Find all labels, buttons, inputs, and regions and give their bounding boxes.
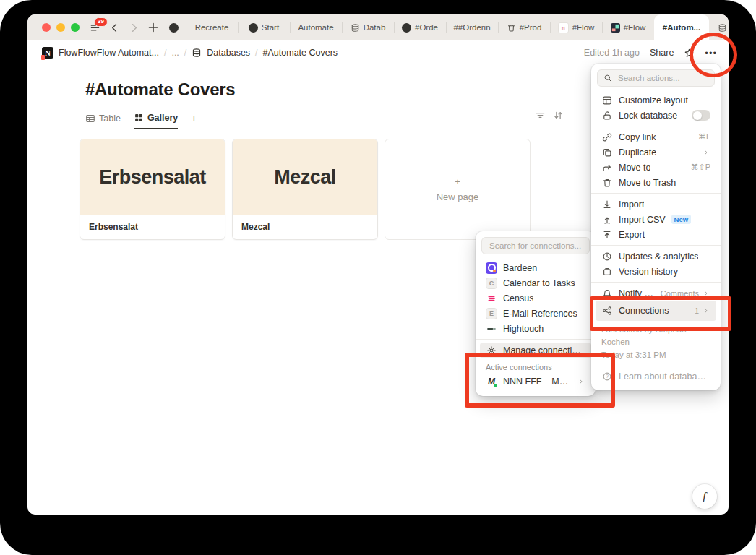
menu-item-updates-analytics[interactable]: Updates & analytics [596, 249, 716, 264]
census-app-icon [486, 293, 497, 304]
import-csv-icon [601, 214, 613, 225]
menu-item-move-to-trash[interactable]: Move to Trash [596, 175, 716, 190]
email-references-app-icon: E [486, 308, 497, 319]
menu-item-learn[interactable]: ? Learn about databases [596, 369, 716, 384]
gallery-view-icon [134, 113, 144, 123]
traffic-lights [42, 23, 80, 32]
tab-label: ##Orderin [453, 23, 490, 32]
breadcrumb-workspace[interactable]: FlowFlowFlow Automat... [59, 48, 159, 58]
tab-flow-2[interactable]: #Flow [602, 14, 654, 40]
bell-icon [601, 288, 613, 299]
menu-item-connections[interactable]: Connections 1 [596, 301, 716, 321]
tab-flow-1[interactable]: n#Flow [550, 14, 602, 40]
menu-item-version-history[interactable]: Version history [596, 264, 716, 279]
plus-icon: + [455, 176, 460, 187]
view-tab-gallery[interactable]: Gallery [134, 113, 178, 129]
page-cover-icon [611, 23, 620, 33]
actions-search[interactable] [597, 69, 715, 87]
connection-item-bardeen[interactable]: Bardeen [480, 260, 591, 275]
menu-item-export[interactable]: Export [596, 227, 716, 242]
more-actions-button[interactable]: ••• [705, 48, 717, 59]
connections-icon [601, 305, 613, 317]
tab-automate[interactable]: Automate [290, 14, 342, 40]
edited-timestamp: Edited 1h ago [584, 48, 640, 58]
tab-databases-1[interactable]: Datab [342, 14, 394, 40]
connection-item-email-references[interactable]: E E-Mail References [480, 306, 591, 321]
import-icon [601, 199, 613, 210]
connections-search-input[interactable] [488, 241, 583, 251]
tab-start[interactable]: Start [238, 14, 290, 40]
new-page-card[interactable]: + New page [385, 139, 531, 240]
divider [591, 126, 721, 126]
tab-databases-2[interactable]: Datab [709, 14, 729, 40]
history-icon [601, 266, 613, 278]
question-circle-icon: ? [601, 371, 613, 382]
help-button[interactable]: ƒ [692, 484, 717, 509]
menu-item-lock-database[interactable]: Lock database [596, 108, 716, 123]
back-icon[interactable] [108, 21, 121, 34]
divider [476, 339, 596, 340]
tab-orde[interactable]: #Orde [394, 14, 446, 40]
tab-label: #Autom... [663, 23, 700, 32]
favorite-star-icon[interactable] [684, 48, 695, 59]
filter-icon[interactable] [535, 110, 546, 121]
trash-icon [601, 177, 613, 189]
breadcrumb-page[interactable]: #Automate Covers [263, 48, 338, 58]
duplicate-icon [601, 147, 613, 158]
menu-item-import-csv[interactable]: Import CSV New [596, 212, 716, 227]
shortcut-label: ⌘⇧P [690, 163, 710, 172]
view-tab-table[interactable]: Table [85, 113, 121, 129]
menu-item-copy-link[interactable]: Copy link ⌘L [596, 129, 716, 145]
menu-item-import[interactable]: Import [596, 197, 716, 212]
connection-item-census[interactable]: Census [480, 291, 591, 306]
last-edited-by: Last edited by Stephan Kochen [601, 324, 710, 349]
notification-count-badge: 39 [94, 17, 108, 27]
tab-recreate[interactable]: Recreate [186, 14, 238, 40]
tab-label: Start [262, 23, 279, 32]
menu-item-move-to[interactable]: Move to ⌘⇧P [596, 160, 716, 175]
link-icon [601, 132, 613, 143]
connections-search[interactable] [481, 237, 590, 254]
tab-automate-covers-active[interactable]: #Autom... [654, 14, 709, 40]
app-window: 39 Recreate Start Automate Datab #Orde #… [27, 14, 729, 515]
sidebar-toggle-icon[interactable]: 39 [88, 21, 101, 34]
tab-label: Datab [364, 23, 386, 32]
active-connection-make[interactable]: M NNN FFF – Make Co... [480, 373, 591, 390]
lock-database-toggle[interactable] [692, 110, 710, 121]
actions-search-input[interactable] [617, 73, 708, 83]
menu-item-duplicate[interactable]: Duplicate [596, 145, 716, 160]
divider [591, 282, 721, 283]
view-tab-label: Table [99, 113, 121, 124]
connection-item-hightouch[interactable]: Hightouch [480, 321, 591, 336]
menu-item-notify-me[interactable]: Notify me Comments [596, 285, 716, 301]
connection-item-calendar-to-tasks[interactable]: C Calendar to Tasks [480, 275, 591, 291]
connections-popover: Bardeen C Calendar to Tasks Census E E-M… [476, 231, 596, 396]
add-view-button[interactable]: + [191, 113, 197, 129]
shortcut-label: ⌘L [698, 132, 710, 142]
gallery-card-erbsensalat[interactable]: Erbsensalat Erbsensalat [80, 139, 225, 240]
tab-make-home[interactable] [166, 14, 186, 40]
tab-prod[interactable]: #Prod [498, 14, 550, 40]
page-title: #Automate Covers [85, 79, 235, 100]
tab-label: Automate [298, 23, 333, 32]
close-window-button[interactable] [42, 23, 51, 32]
active-connections-section-label: Active connections [476, 358, 596, 373]
forward-icon[interactable] [127, 21, 140, 34]
manage-connections-item[interactable]: Manage connections [480, 343, 591, 358]
share-button[interactable]: Share [650, 48, 674, 58]
sort-icon[interactable] [553, 110, 564, 121]
tab-ordering[interactable]: ##Orderin [446, 14, 498, 40]
new-tab-icon[interactable] [147, 21, 160, 34]
gallery-card-mezcal[interactable]: Mezcal Mezcal [232, 139, 378, 240]
minimize-window-button[interactable] [56, 23, 65, 32]
tab-bar: 39 Recreate Start Automate Datab #Orde #… [27, 14, 729, 40]
menu-item-customize-layout[interactable]: Customize layout [596, 92, 716, 108]
connections-count: 1 [695, 306, 699, 315]
breadcrumb-separator: / [164, 48, 166, 58]
calendar-to-tasks-app-icon: C [486, 278, 497, 289]
breadcrumb-databases[interactable]: Databases [207, 48, 250, 58]
make-logo-icon: M [486, 376, 497, 387]
breadcrumb-ellipsis[interactable]: ... [171, 48, 179, 58]
card-title: Mezcal [233, 215, 377, 239]
zoom-window-button[interactable] [71, 23, 80, 32]
